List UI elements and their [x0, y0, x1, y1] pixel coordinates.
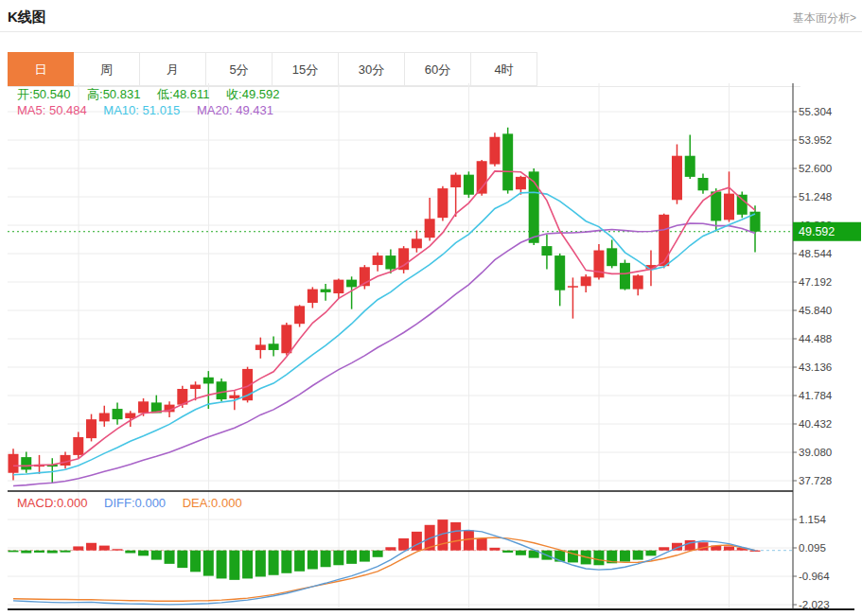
svg-text:53.952: 53.952: [799, 134, 832, 146]
svg-text:45.840: 45.840: [799, 305, 832, 316]
tab-月[interactable]: 月: [140, 52, 206, 86]
tab-15分[interactable]: 15分: [273, 52, 339, 86]
kline-page: K线图 基本面分析> 日周月5分15分30分60分4时 开:50.540 高:5…: [0, 0, 862, 616]
svg-text:48.544: 48.544: [799, 248, 833, 259]
fundamental-analysis-link[interactable]: 基本面分析>: [793, 10, 856, 26]
svg-text:37.728: 37.728: [799, 475, 832, 486]
tab-周[interactable]: 周: [74, 52, 140, 86]
interval-tabs: 日周月5分15分30分60分4时: [8, 52, 800, 87]
tab-30分[interactable]: 30分: [339, 52, 405, 86]
svg-text:41.784: 41.784: [799, 390, 833, 401]
svg-text:0.095: 0.095: [799, 542, 826, 554]
tab-日[interactable]: 日: [8, 52, 74, 86]
svg-text:55.304: 55.304: [799, 106, 833, 117]
svg-text:43.136: 43.136: [799, 361, 832, 373]
svg-text:51.248: 51.248: [799, 191, 832, 202]
page-title: K线图: [8, 9, 46, 26]
current-price-badge: 49.592: [793, 222, 861, 241]
svg-text:40.432: 40.432: [799, 418, 832, 430]
kline-chart[interactable]: 55.30453.95252.60051.24849.89648.54447.1…: [8, 83, 862, 610]
svg-text:-2.023: -2.023: [799, 599, 830, 610]
tab-5分[interactable]: 5分: [206, 52, 273, 86]
svg-text:52.600: 52.600: [799, 163, 832, 174]
svg-text:39.080: 39.080: [799, 447, 832, 458]
tab-60分[interactable]: 60分: [405, 52, 471, 86]
svg-text:44.488: 44.488: [799, 333, 832, 344]
svg-text:47.192: 47.192: [799, 276, 832, 288]
svg-text:-0.964: -0.964: [799, 571, 830, 582]
svg-text:49.592: 49.592: [799, 225, 835, 238]
tab-4时[interactable]: 4时: [471, 52, 537, 86]
page-header: K线图 基本面分析>: [0, 0, 862, 32]
chart-area: 开:50.540 高:50.831 低:48.611 收:49.592 MA5:…: [8, 83, 862, 610]
svg-text:1.154: 1.154: [799, 514, 826, 525]
